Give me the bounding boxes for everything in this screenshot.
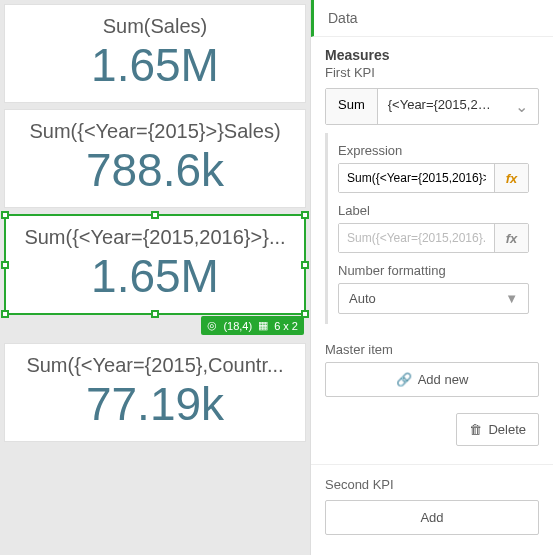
number-formatting-label: Number formatting (338, 263, 529, 278)
chevron-down-icon[interactable]: ⌄ (505, 89, 538, 124)
kpi-value: 77.19k (13, 377, 297, 431)
add-button[interactable]: Add (325, 500, 539, 535)
link-icon: 🔗 (396, 372, 412, 387)
select-value: Auto (349, 291, 376, 306)
kpi-label: Sum(Sales) (13, 15, 297, 38)
add-new-text: Add new (418, 372, 469, 387)
aggregation-selector[interactable]: Sum {<Year={2015,2016... ⌄ (325, 88, 539, 125)
label-input-wrap: fx (338, 223, 529, 253)
delete-button[interactable]: 🗑 Delete (456, 413, 539, 446)
resize-handle[interactable] (1, 261, 9, 269)
chevron-down-icon: ▼ (505, 291, 518, 306)
kpi-card-selected[interactable]: Sum({<Year={2015,2016}>}... 1.65M ◎ (18,… (4, 214, 306, 315)
kpi-card[interactable]: Sum({<Year={2015}>}Sales) 788.6k (4, 109, 306, 208)
tab-data[interactable]: Data (311, 0, 553, 37)
resize-handle[interactable] (151, 310, 159, 318)
trash-icon: 🗑 (469, 422, 482, 437)
fx-button[interactable]: fx (494, 224, 528, 252)
number-formatting-select[interactable]: Auto ▼ (338, 283, 529, 314)
measures-heading: Measures (311, 37, 553, 65)
master-item-label: Master item (325, 342, 539, 357)
expression-label: Expression (338, 143, 529, 158)
kpi-card[interactable]: Sum(Sales) 1.65M (4, 4, 306, 103)
add-new-button[interactable]: 🔗 Add new (325, 362, 539, 397)
label-input[interactable] (339, 224, 494, 252)
badge-coords: (18,4) (223, 320, 252, 332)
resize-handle[interactable] (301, 261, 309, 269)
delete-text: Delete (488, 422, 526, 437)
label-label: Label (338, 203, 529, 218)
canvas-area: Sum(Sales) 1.65M Sum({<Year={2015}>}Sale… (0, 0, 310, 555)
kpi-label: Sum({<Year={2015}>}Sales) (13, 120, 297, 143)
kpi-card[interactable]: Sum({<Year={2015},Countr... 77.19k (4, 343, 306, 442)
first-kpi-label: First KPI (311, 65, 553, 88)
kpi-value: 1.65M (14, 249, 296, 303)
expression-input-wrap: fx (338, 163, 529, 193)
kpi-label: Sum({<Year={2015},Countr... (13, 354, 297, 377)
fx-button[interactable]: fx (494, 164, 528, 192)
expression-input[interactable] (339, 164, 494, 192)
kpi-value: 1.65M (13, 38, 297, 92)
badge-dims: 6 x 2 (274, 320, 298, 332)
aggregation-type[interactable]: Sum (326, 89, 378, 124)
grid-icon: ▦ (258, 319, 268, 332)
properties-panel: Data Measures First KPI Sum {<Year={2015… (310, 0, 553, 555)
aggregation-field[interactable]: {<Year={2015,2016... (378, 89, 505, 124)
second-kpi-label: Second KPI (325, 477, 539, 492)
position-badge: ◎ (18,4) ▦ 6 x 2 (201, 316, 304, 335)
resize-handle[interactable] (1, 310, 9, 318)
resize-handle[interactable] (1, 211, 9, 219)
target-icon: ◎ (207, 319, 217, 332)
resize-handle[interactable] (151, 211, 159, 219)
kpi-value: 788.6k (13, 143, 297, 197)
measure-details: Expression fx Label fx Number formatting… (325, 133, 539, 324)
resize-handle[interactable] (301, 211, 309, 219)
kpi-label: Sum({<Year={2015,2016}>}... (14, 226, 296, 249)
